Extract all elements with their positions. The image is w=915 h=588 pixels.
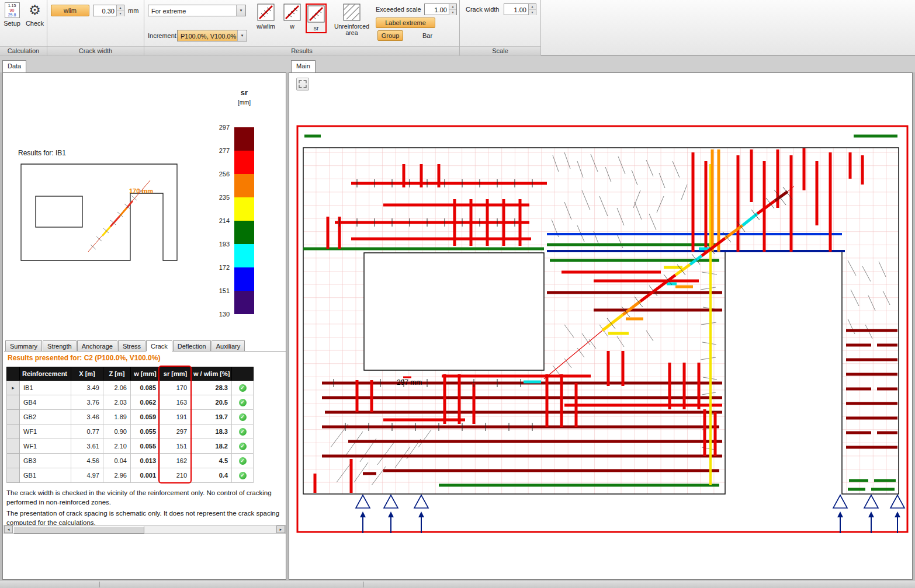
cell-w: 0.055: [131, 425, 160, 439]
unreinforced-area-button[interactable]: Unreinforced area: [330, 4, 373, 36]
status-separator: [363, 582, 364, 587]
scale-crack-width-spinner[interactable]: 1.00 ▲ ▼: [504, 4, 536, 15]
tab-crack[interactable]: Crack: [146, 340, 172, 352]
results-presented-label: Results presented for: C2 (P100.0%, V100…: [8, 354, 160, 362]
bar-label: Bar: [422, 32, 432, 39]
horizontal-scrollbar[interactable]: ◄ ►: [4, 525, 286, 534]
row-selector-cell: [7, 439, 20, 454]
cell-ratio: 18.3: [191, 425, 232, 439]
dropdown-arrow-icon[interactable]: ▼: [236, 5, 245, 16]
cell-status: ✓: [232, 454, 254, 468]
cell-sr: 151: [160, 439, 191, 454]
cell-ratio: 19.7: [191, 410, 232, 425]
legend-tick: 297: [206, 124, 230, 131]
status-ok-icon: ✓: [239, 384, 247, 392]
increment-label: Increment: [148, 32, 176, 39]
legend-tick: 130: [206, 311, 230, 318]
group-label-results: Results: [144, 46, 459, 55]
group-label-scale: Scale: [460, 46, 540, 55]
expand-icon: [299, 80, 307, 88]
dropdown-arrow-icon[interactable]: ▼: [237, 30, 247, 41]
tab-strength[interactable]: Strength: [43, 340, 77, 351]
group-label-calculation: Calculation: [0, 46, 47, 55]
sr-button-label: sr: [314, 25, 319, 32]
cell-z: 1.89: [103, 410, 131, 425]
exceeded-scale-label: Exceeded scale: [376, 6, 421, 13]
spin-up-icon[interactable]: ▲: [529, 4, 536, 10]
label-extreme-toggle[interactable]: Label extreme: [376, 18, 435, 28]
setup-icon-row: 1.15: [8, 4, 16, 8]
spin-up-icon[interactable]: ▲: [117, 5, 124, 11]
table-row[interactable]: GB1 4.97 2.96 0.001 210 0.4 ✓: [7, 468, 254, 483]
cell-w: 0.055: [131, 439, 160, 454]
status-ok-icon: ✓: [239, 472, 247, 479]
table-row[interactable]: ▸ IB1 3.49 2.06 0.085 170 28.3 ✓: [7, 381, 254, 395]
legend-color-block: [234, 221, 254, 244]
cell-w: 0.001: [131, 468, 160, 483]
wlim-spinner-value: 0.30: [93, 5, 116, 16]
scroll-right-icon[interactable]: ►: [276, 526, 285, 533]
tab-summary[interactable]: Summary: [5, 340, 42, 351]
cell-z: 2.96: [103, 468, 131, 483]
cell-status: ✓: [232, 410, 254, 425]
tab-anchorage[interactable]: Anchorage: [77, 340, 117, 351]
exceeded-scale-value: 1.00: [425, 4, 449, 15]
wlim-value-spinner[interactable]: 0.30 ▲ ▼: [93, 5, 124, 16]
table-row[interactable]: WF1 0.77 0.90 0.055 297 18.3 ✓: [7, 425, 254, 439]
legend-color-block: [234, 197, 254, 221]
status-header: [232, 367, 254, 381]
unreinforced-area-icon: [343, 4, 361, 22]
cell-z: 0.04: [103, 454, 131, 468]
row-selector-cell: [7, 454, 20, 468]
main-drawing-canvas[interactable]: 297 mm: [289, 73, 912, 579]
cell-reinforcement: WF1: [20, 425, 71, 439]
header-z: Z [m]: [103, 367, 131, 381]
spin-down-icon[interactable]: ▼: [529, 10, 536, 15]
fit-to-view-button[interactable]: [296, 78, 309, 91]
mini-structure-outline: [21, 164, 177, 260]
table-row[interactable]: GB3 4.56 0.04 0.013 162 4.5 ✓: [7, 454, 254, 468]
legend-tick: 256: [206, 171, 230, 178]
cell-x: 0.77: [71, 425, 103, 439]
tab-main[interactable]: Main: [291, 60, 316, 72]
tab-stress[interactable]: Stress: [118, 340, 145, 351]
supports: [356, 495, 904, 533]
for-extreme-dropdown[interactable]: For extreme ▼: [148, 5, 246, 16]
cell-status: ✓: [232, 439, 254, 454]
setup-icon-row: 25.8: [8, 13, 16, 18]
cell-reinforcement: GB2: [20, 410, 71, 425]
scale-crack-width-label: Crack width: [466, 6, 499, 13]
table-row[interactable]: GB4 3.76 2.03 0.062 163 20.5 ✓: [7, 395, 254, 410]
legend-color-block: [234, 267, 254, 291]
cell-x: 4.56: [71, 454, 103, 468]
tab-deflection[interactable]: Deflection: [173, 340, 211, 351]
tab-auxiliary[interactable]: Auxiliary: [212, 340, 245, 351]
table-row[interactable]: GB2 3.46 1.89 0.059 191 19.7 ✓: [7, 410, 254, 425]
spin-down-icon[interactable]: ▼: [117, 11, 124, 16]
wlim-button[interactable]: wlim: [51, 5, 89, 16]
cell-w: 0.013: [131, 454, 160, 468]
cell-z: 2.03: [103, 395, 131, 410]
check-button[interactable]: ⚙ Check: [24, 2, 46, 43]
setup-button-label: Setup: [4, 20, 20, 27]
setup-button[interactable]: 1.15 90 25.8 Setup: [1, 2, 23, 43]
legend-title: sr: [234, 88, 254, 97]
legend-color-block: [234, 174, 254, 197]
spin-down-icon[interactable]: ▼: [449, 10, 456, 15]
increment-dropdown[interactable]: P100.0%, V100.0% ▼: [177, 30, 247, 41]
w-wlim-result-button[interactable]: w/wlim: [252, 4, 279, 30]
exceeded-scale-spinner[interactable]: 1.00 ▲ ▼: [424, 4, 457, 15]
cell-x: 3.46: [71, 410, 103, 425]
tab-data[interactable]: Data: [2, 60, 26, 72]
data-panel: Results for: IB1 170 mm sr [mm] 297 277 …: [2, 72, 286, 580]
sr-result-button[interactable]: sr: [306, 4, 327, 33]
header-sr: sr [mm]: [160, 367, 191, 381]
spin-up-icon[interactable]: ▲: [449, 4, 456, 10]
scrollbar-thumb[interactable]: [13, 526, 144, 534]
table-row[interactable]: WF1 3.61 2.10 0.055 151 18.2 ✓: [7, 439, 254, 454]
group-toggle[interactable]: Group: [377, 30, 403, 41]
crack-sr-icon: [307, 5, 325, 24]
cell-sr: 163: [160, 395, 191, 410]
w-result-button[interactable]: w: [280, 4, 304, 30]
scroll-left-icon[interactable]: ◄: [4, 526, 13, 533]
